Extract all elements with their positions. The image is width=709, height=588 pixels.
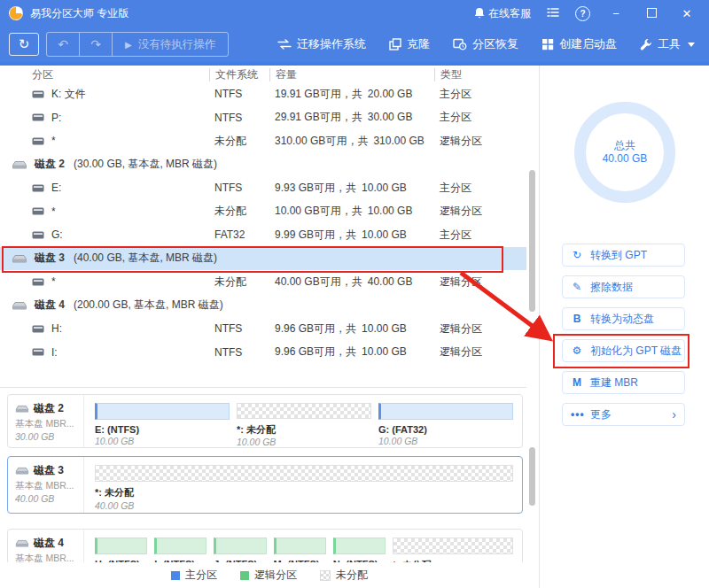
disk-map-partition[interactable]: *: 未分配 40.00 GB: [95, 465, 513, 513]
pending-operations-group: ↶ ↷ ▶ 没有待执行操作: [46, 32, 229, 57]
disk-icon: [15, 466, 29, 476]
disk-map-partition[interactable]: H: (NTFS): [95, 538, 147, 562]
migrate-os-button[interactable]: 迁移操作系统: [277, 36, 366, 52]
toolbar-nav: 迁移操作系统 克隆 分区恢复 创建启动盘 工具: [277, 36, 709, 52]
disk-kind: 基本盘 MBR...: [15, 418, 83, 430]
pending-operations-label: 没有待执行操作: [138, 37, 216, 52]
migrate-os-icon: [277, 39, 292, 50]
column-header-type: 类型: [434, 68, 526, 81]
table-row[interactable]: H: NTFS 9.96 GB可用，共10.00 GB 逻辑分区: [0, 317, 526, 341]
disk-name: 磁盘 2: [34, 401, 64, 416]
table-row[interactable]: I: NTFS 9.96 GB可用，共10.00 GB 逻辑分区: [0, 341, 526, 365]
clone-button[interactable]: 克隆: [389, 36, 430, 52]
rebuild-mbr-button[interactable]: M 重建 MBR: [562, 371, 685, 394]
primary-swatch-icon: [171, 571, 180, 580]
partition-bar-logical: [274, 538, 326, 554]
disk-map-panel-disk4[interactable]: 磁盘 4 基本盘 MBR... H: (NTFS) I: (NTFS) J: (…: [7, 529, 523, 562]
disk-map: 磁盘 2 基本盘 MBR... 30.00 GB E: (NTFS) 10.00…: [0, 390, 526, 562]
disk-icon: [12, 253, 27, 264]
rebuild-mbr-icon: M: [571, 376, 583, 389]
redo-icon: ↷: [90, 37, 101, 51]
table-row[interactable]: P: NTFS 29.91 GB可用，共30.00 GB 主分区: [0, 106, 526, 130]
gauge-label: 总共: [614, 139, 635, 152]
partition-recovery-button[interactable]: 分区恢复: [453, 36, 518, 52]
play-icon: ▶: [125, 40, 132, 50]
app-logo-icon: [9, 6, 23, 20]
convert-gpt-icon: ↻: [571, 249, 583, 261]
create-bootable-disk-button[interactable]: 创建启动盘: [541, 36, 617, 52]
table-row[interactable]: * 未分配 40.00 GB可用，共40.00 GB 逻辑分区: [0, 270, 526, 294]
table-row[interactable]: E: NTFS 9.93 GB可用，共10.00 GB 主分区: [0, 176, 526, 200]
partition-icon: [32, 231, 44, 239]
disk-icon: [12, 300, 27, 311]
tools-button[interactable]: 工具: [640, 36, 695, 52]
disk-group-row[interactable]: 磁盘 4(200.00 GB, 基本盘, MBR 磁盘): [0, 294, 526, 318]
titlebar: 易我分区大师 专业版 在线客服 ? − ✕: [0, 0, 709, 27]
table-row[interactable]: * 未分配 310.00 GB可用，共310.00 GB 逻辑分区: [0, 129, 526, 153]
partition-bar-logical: [154, 538, 206, 554]
partition-icon: [32, 207, 44, 215]
initialize-to-gpt-button[interactable]: ⚙ 初始化为 GPT 磁盘: [562, 339, 685, 362]
disk-map-partition[interactable]: *: 未分配 10.00 GB: [237, 403, 371, 447]
disk-map-partition[interactable]: E: (NTFS) 10.00 GB: [95, 403, 230, 447]
disk-map-partition[interactable]: *: 未分配: [393, 538, 513, 562]
partition-icon: [32, 325, 44, 333]
partition-icon: [32, 137, 44, 145]
partition-icon: [32, 90, 44, 98]
pending-operations-button[interactable]: ▶ 没有待执行操作: [112, 33, 228, 56]
disk-group-row-selected[interactable]: 磁盘 3(40.00 GB, 基本盘, MBR 磁盘): [0, 247, 526, 271]
clone-icon: [389, 38, 401, 50]
disk-map-partition[interactable]: M: (NTFS): [274, 538, 326, 562]
bell-icon: [474, 7, 485, 19]
convert-to-dynamic-button[interactable]: B 转换为动态盘: [562, 307, 685, 330]
disk-icon: [15, 538, 29, 548]
refresh-icon: ↻: [19, 36, 30, 51]
partition-icon: [32, 348, 44, 356]
more-button[interactable]: ••• 更多 ›: [562, 403, 685, 426]
help-icon[interactable]: ?: [575, 6, 590, 21]
disk-name: 磁盘 3: [34, 463, 64, 478]
erase-data-button[interactable]: ✎ 擦除数据: [562, 275, 685, 298]
app-window: 易我分区大师 专业版 在线客服 ? − ✕ ↻ ↶ ↷ ▶ 没有待执行操作: [0, 0, 709, 588]
maximize-button[interactable]: [642, 7, 661, 20]
partition-icon: [32, 184, 44, 192]
disk-icon: [12, 159, 27, 170]
partition-recovery-icon: [453, 38, 467, 50]
menu-list-icon[interactable]: [547, 7, 559, 20]
undo-button[interactable]: ↶: [47, 33, 79, 56]
column-header-capacity: 容量: [269, 68, 434, 81]
disk-map-partition[interactable]: G: (FAT32) 10.00 GB: [378, 403, 513, 447]
erase-icon: ✎: [571, 281, 583, 293]
disk-map-partition[interactable]: J: (NTFS): [214, 538, 266, 562]
wrench-icon: [640, 38, 652, 50]
titlebar-actions: 在线客服 ? − ✕: [474, 6, 709, 21]
close-button[interactable]: ✕: [677, 7, 697, 20]
table-header: 分区 文件系统 容量 类型: [0, 66, 526, 83]
partition-bar-primary: [378, 403, 513, 420]
create-bootable-disk-icon: [541, 38, 554, 50]
disk-map-partition[interactable]: N: (NTFS): [333, 538, 386, 562]
disk-map-scrollbar[interactable]: [529, 447, 535, 506]
table-row[interactable]: K: 文件 NTFS 19.91 GB可用，共20.00 GB 主分区: [0, 82, 526, 106]
partition-bar-logical: [214, 538, 266, 554]
table-row[interactable]: G: FAT32 9.99 GB可用，共10.00 GB 主分区: [0, 223, 526, 247]
sidebar-actions: ↻ 转换到 GPT ✎ 擦除数据 B 转换为动态盘 ⚙ 初始化为 GPT 磁盘 …: [562, 244, 685, 435]
disk-map-panel-disk2[interactable]: 磁盘 2 基本盘 MBR... 30.00 GB E: (NTFS) 10.00…: [7, 394, 523, 448]
disk-size: 40.00 GB: [15, 493, 83, 504]
gauge-value: 40.00 GB: [603, 152, 648, 166]
legend-logical: 逻辑分区: [240, 568, 297, 583]
disk-map-partition[interactable]: I: (NTFS): [154, 538, 206, 562]
convert-to-gpt-button[interactable]: ↻ 转换到 GPT: [562, 244, 685, 267]
table-row[interactable]: * 未分配 10.00 GB可用，共10.00 GB 逻辑分区: [0, 200, 526, 224]
redo-button[interactable]: ↷: [79, 33, 112, 56]
table-scrollbar[interactable]: [529, 170, 535, 312]
disk-map-panel-disk3[interactable]: 磁盘 3 基本盘 MBR... 40.00 GB *: 未分配 40.00 GB: [7, 456, 523, 514]
minimize-button[interactable]: −: [606, 7, 626, 20]
chevron-right-icon: ›: [672, 408, 676, 421]
online-service-button[interactable]: 在线客服: [474, 6, 531, 21]
maximize-icon: [647, 8, 657, 18]
refresh-button[interactable]: ↻: [9, 33, 39, 56]
disk-size: 30.00 GB: [15, 431, 83, 442]
disk-group-row[interactable]: 磁盘 2(30.00 GB, 基本盘, MBR 磁盘): [0, 153, 526, 177]
partition-icon: [32, 278, 44, 286]
